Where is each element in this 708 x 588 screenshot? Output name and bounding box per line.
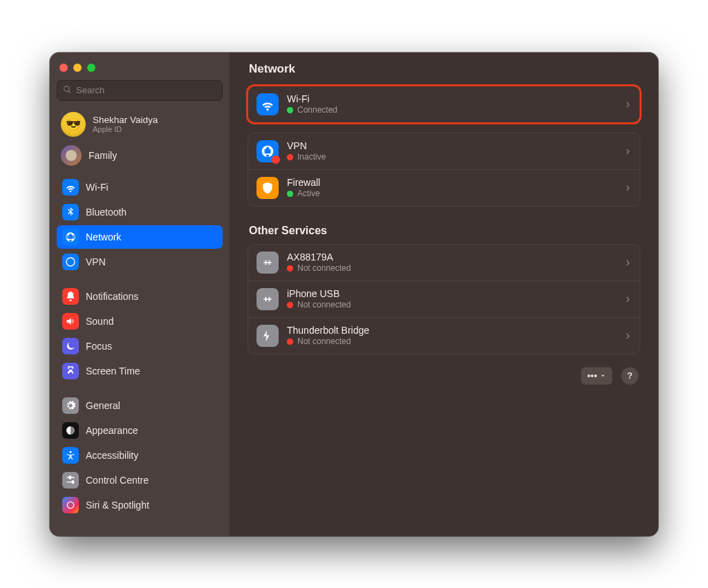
- sidebar-item-label: Focus: [86, 341, 112, 352]
- wifi-icon: [62, 179, 79, 196]
- gear-icon: [62, 397, 79, 414]
- row-name: iPhone USB: [287, 288, 616, 299]
- sidebar-item-apple-id[interactable]: 😎 Shekhar Vaidya Apple ID: [57, 109, 223, 142]
- globe-icon: [257, 140, 279, 162]
- row-name: VPN: [287, 140, 616, 151]
- network-row-vpn[interactable]: VPN Inactive ›: [248, 133, 640, 169]
- sidebar-item-label: Appearance: [86, 425, 138, 436]
- sidebar-item-label: Wi-Fi: [86, 182, 109, 193]
- svg-point-1: [67, 502, 73, 508]
- main-pane: Network Wi-Fi Connected ›: [230, 53, 658, 536]
- appearance-icon: [62, 422, 79, 439]
- accessibility-icon: [62, 447, 79, 464]
- svg-point-0: [70, 451, 72, 453]
- siri-icon: [62, 497, 79, 513]
- row-status: Not connected: [297, 336, 351, 346]
- sidebar-item-label: Screen Time: [86, 366, 140, 377]
- wifi-icon: [257, 93, 279, 115]
- status-dot: [287, 191, 293, 197]
- search-icon: [63, 85, 72, 96]
- ethernet-icon: [257, 252, 279, 274]
- chevron-down-icon: [599, 372, 606, 379]
- chevron-right-icon: ›: [624, 180, 631, 195]
- account-sub: Apple ID: [93, 125, 158, 133]
- sidebar-item-siri-spotlight[interactable]: Siri & Spotlight: [57, 493, 223, 517]
- sidebar-item-label: General: [86, 400, 120, 411]
- status-dot: [287, 154, 293, 160]
- sidebar-item-bluetooth[interactable]: Bluetooth: [57, 200, 223, 224]
- help-label: ?: [627, 370, 633, 381]
- sidebar-item-focus[interactable]: Focus: [57, 334, 223, 358]
- row-name: Firewall: [287, 177, 616, 188]
- search-placeholder: Search: [76, 85, 104, 95]
- row-status: Not connected: [297, 300, 351, 310]
- close-window-button[interactable]: [59, 64, 68, 72]
- window-controls: [57, 59, 223, 80]
- sidebar-item-family[interactable]: Family: [57, 142, 223, 176]
- sidebar-item-label: Network: [86, 231, 121, 243]
- sidebar: Search 😎 Shekhar Vaidya Apple ID Family: [50, 53, 230, 536]
- sidebar-item-notifications[interactable]: Notifications: [57, 285, 223, 308]
- network-row-firewall[interactable]: Firewall Active ›: [248, 169, 640, 206]
- shield-icon: [257, 177, 279, 199]
- bluetooth-icon: [62, 204, 79, 220]
- sliders-icon: [62, 472, 79, 489]
- network-row-thunderbolt-bridge[interactable]: Thunderbolt Bridge Not connected ›: [248, 317, 640, 354]
- hourglass-icon: [62, 363, 79, 379]
- vpn-firewall-card: VPN Inactive › Firewall Active ›: [248, 133, 640, 207]
- chevron-right-icon: ›: [624, 255, 631, 269]
- sidebar-item-vpn[interactable]: VPN: [57, 250, 223, 274]
- sidebar-item-accessibility[interactable]: Accessibility: [57, 444, 223, 467]
- bell-icon: [62, 288, 79, 305]
- thunderbolt-icon: [257, 325, 279, 347]
- sidebar-item-sound[interactable]: Sound: [57, 310, 223, 333]
- status-dot: [287, 107, 293, 113]
- more-options-button[interactable]: •••: [581, 367, 613, 385]
- wifi-card: Wi-Fi Connected ›: [248, 86, 640, 123]
- moon-icon: [62, 338, 79, 354]
- sidebar-item-label: Notifications: [86, 291, 138, 302]
- sidebar-item-label: Bluetooth: [86, 207, 127, 218]
- network-row-wifi[interactable]: Wi-Fi Connected ›: [248, 86, 640, 122]
- sidebar-item-control-centre[interactable]: Control Centre: [57, 468, 223, 492]
- network-row-iphone-usb[interactable]: iPhone USB Not connected ›: [248, 281, 640, 317]
- footer-controls: ••• ?: [248, 367, 640, 385]
- row-status: Connected: [297, 105, 337, 115]
- sidebar-item-screen-time[interactable]: Screen Time: [57, 359, 223, 383]
- sidebar-item-label: Control Centre: [86, 475, 149, 486]
- row-name: Wi-Fi: [287, 93, 616, 104]
- sidebar-item-network[interactable]: Network: [57, 225, 223, 249]
- sidebar-item-label: Siri & Spotlight: [86, 500, 149, 511]
- sidebar-list: Wi-Fi Bluetooth Network: [57, 176, 223, 517]
- status-dot: [287, 265, 293, 272]
- globe-icon: [62, 229, 79, 245]
- page-title: Network: [249, 62, 640, 76]
- zoom-window-button[interactable]: [87, 64, 95, 72]
- sidebar-item-general[interactable]: General: [57, 394, 223, 417]
- chevron-right-icon: ›: [624, 144, 631, 158]
- help-button[interactable]: ?: [621, 367, 639, 385]
- status-dot: [287, 302, 293, 308]
- family-label: Family: [88, 150, 117, 161]
- family-avatar-icon: [61, 145, 82, 166]
- more-options-label: •••: [587, 370, 597, 381]
- account-name: Shekhar Vaidya: [93, 115, 158, 125]
- other-services-card: AX88179A Not connected › iPhone USB Not …: [248, 244, 640, 354]
- sidebar-item-label: Accessibility: [86, 450, 138, 461]
- sidebar-item-label: Sound: [86, 316, 113, 327]
- chevron-right-icon: ›: [624, 97, 631, 111]
- search-input[interactable]: Search: [57, 80, 223, 101]
- minimize-window-button[interactable]: [73, 64, 82, 72]
- ethernet-icon: [257, 288, 279, 310]
- section-title-other-services: Other Services: [249, 225, 640, 237]
- sidebar-item-appearance[interactable]: Appearance: [57, 419, 223, 442]
- row-name: Thunderbolt Bridge: [287, 325, 616, 336]
- sidebar-item-label: VPN: [86, 256, 106, 267]
- avatar: 😎: [61, 112, 86, 137]
- system-settings-window: Search 😎 Shekhar Vaidya Apple ID Family: [50, 53, 658, 536]
- status-dot: [287, 339, 293, 345]
- sidebar-item-wifi[interactable]: Wi-Fi: [57, 176, 223, 199]
- network-row-ax88179a[interactable]: AX88179A Not connected ›: [248, 245, 640, 281]
- vpn-icon: [62, 254, 79, 270]
- speaker-icon: [62, 313, 79, 330]
